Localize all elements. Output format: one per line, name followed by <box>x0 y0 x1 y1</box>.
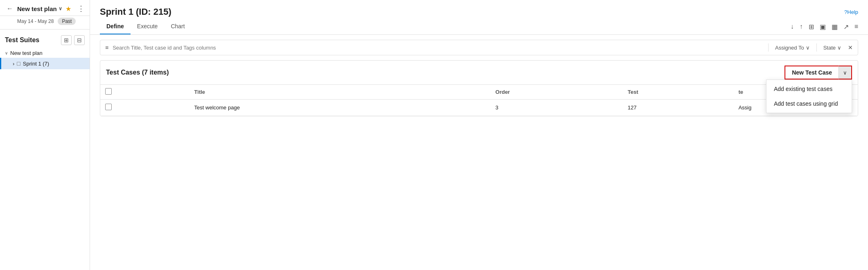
tree-root-label: New test plan <box>10 50 43 56</box>
remove-suite-button[interactable]: ⊟ <box>74 35 85 45</box>
test-suites-header: Test Suites ⊞ ⊟ <box>0 29 90 48</box>
plan-title-button[interactable]: New test plan ∨ <box>17 5 62 12</box>
tree-child-item[interactable]: › □ Sprint 1 (7) <box>0 58 90 69</box>
expand-icon[interactable]: ↗ <box>843 23 849 31</box>
plan-title-label: New test plan <box>17 5 57 12</box>
tab-execute[interactable]: Execute <box>131 19 165 34</box>
row-checkbox-cell <box>100 100 189 116</box>
split-view-icon[interactable]: ▣ <box>820 23 826 31</box>
add-test-cases-using-grid-item[interactable]: Add test cases using grid <box>767 96 852 111</box>
tab-define[interactable]: Define <box>100 19 131 34</box>
add-suite-button[interactable]: ⊞ <box>61 35 72 45</box>
state-label: State <box>823 45 836 51</box>
assigned-to-filter-button[interactable]: Assigned To ∨ <box>773 44 812 52</box>
tree-root-item[interactable]: ∨ New test plan <box>0 48 90 58</box>
search-close-icon[interactable]: ✕ <box>848 44 853 51</box>
test-cases-title: Test Cases (7 items) <box>106 69 169 76</box>
test-cases-header: Test Cases (7 items) New Test Case ∨ Add… <box>100 61 858 85</box>
assigned-to-chevron: ∨ <box>806 45 810 51</box>
new-test-case-dropdown-menu: Add existing test cases Add test cases u… <box>766 79 852 113</box>
sidebar: ← New test plan ∨ ★ ⋮ May 14 - May 28 Pa… <box>0 0 90 270</box>
more-options-button[interactable]: ⋮ <box>77 4 85 13</box>
col-checkbox <box>100 85 189 100</box>
search-filter-icon: ≡ <box>105 44 108 51</box>
tabs-bar: Define Execute Chart ↓ ↑ ⊞ ▣ ▦ ↗ ≡ <box>90 19 868 35</box>
suite-action-buttons: ⊞ ⊟ <box>61 35 85 45</box>
row-order-cell: 3 <box>491 100 623 116</box>
toolbar-icons: ↓ ↑ ⊞ ▣ ▦ ↗ ≡ <box>791 23 858 31</box>
upload-icon[interactable]: ↑ <box>800 23 803 30</box>
main-header: Sprint 1 (ID: 215) ?Help <box>90 0 868 17</box>
search-input[interactable] <box>113 45 764 51</box>
back-button[interactable]: ← <box>5 4 15 13</box>
favorite-star-icon[interactable]: ★ <box>65 5 71 13</box>
select-all-checkbox[interactable] <box>105 88 112 95</box>
download-icon[interactable]: ↓ <box>791 23 794 30</box>
sidebar-header: ← New test plan ∨ ★ ⋮ <box>0 0 90 16</box>
test-cases-table: Title Order Test te Test welcome page 3 … <box>100 85 858 116</box>
row-title-cell: Test welcome page <box>189 100 491 116</box>
search-bar: ≡ Assigned To ∨ State ∨ ✕ <box>100 40 858 55</box>
main-content: Sprint 1 (ID: 215) ?Help Define Execute … <box>90 0 868 270</box>
tree-root-chevron: ∨ <box>5 51 8 55</box>
tree-child-label: Sprint 1 (7) <box>23 61 49 67</box>
plan-title-chevron: ∨ <box>59 6 62 11</box>
new-test-case-button[interactable]: New Test Case <box>785 66 839 79</box>
col-title: Title <box>189 85 491 100</box>
new-test-case-dropdown-button[interactable]: ∨ <box>839 66 852 79</box>
add-existing-test-cases-item[interactable]: Add existing test cases <box>767 82 852 96</box>
row-test-cell: 127 <box>623 100 734 116</box>
col-order: Order <box>491 85 623 100</box>
date-range-row: May 14 - May 28 Past <box>0 16 90 29</box>
state-filter-button[interactable]: State ∨ <box>821 44 844 52</box>
col-test: Test <box>623 85 734 100</box>
filter-icon[interactable]: ≡ <box>854 23 858 30</box>
new-test-case-group: New Test Case ∨ Add existing test cases … <box>785 66 852 79</box>
table-row: Test welcome page 3 127 Assig <box>100 100 858 116</box>
grid-icon[interactable]: ⊞ <box>809 23 814 31</box>
divider2 <box>816 43 817 52</box>
past-badge: Past <box>58 18 76 25</box>
folder-icon: □ <box>17 60 20 67</box>
tab-chart[interactable]: Chart <box>164 19 191 34</box>
row-checkbox[interactable] <box>105 104 112 110</box>
assigned-to-label: Assigned To <box>775 45 804 51</box>
divider <box>768 43 769 52</box>
columns-icon[interactable]: ▦ <box>832 23 838 31</box>
help-link[interactable]: ?Help <box>844 9 858 15</box>
state-chevron: ∨ <box>837 45 841 51</box>
test-cases-section: Test Cases (7 items) New Test Case ∨ Add… <box>100 60 858 116</box>
sprint-title: Sprint 1 (ID: 215) <box>100 7 171 17</box>
tree-child-chevron: › <box>13 61 14 67</box>
date-range-label: May 14 - May 28 <box>17 18 54 24</box>
test-suites-title: Test Suites <box>5 36 39 44</box>
